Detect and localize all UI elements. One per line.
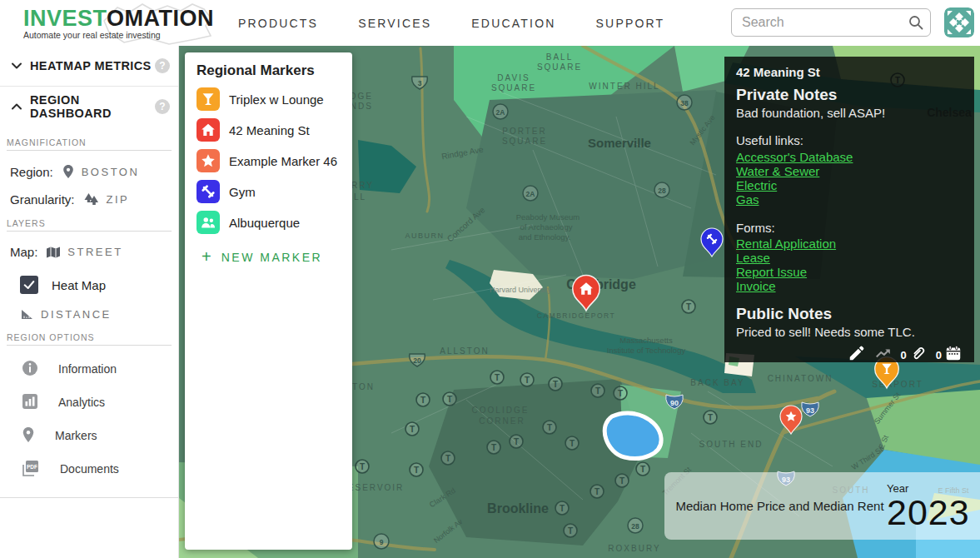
private-notes-text: Bad foundation, sell ASAP! [736, 106, 963, 120]
transit-icon: T [487, 441, 500, 454]
region-option-information[interactable]: Information [22, 352, 178, 386]
form-link-invoice[interactable]: Invoice [736, 279, 963, 293]
attachments-count: 0 [901, 350, 907, 362]
transit-icon: T [704, 411, 717, 424]
svg-text:28: 28 [631, 522, 639, 531]
svg-text:93: 93 [806, 406, 814, 415]
year-value[interactable]: 2023 [887, 495, 973, 531]
map-label: CHINATOWN [768, 374, 833, 383]
nav-item-education[interactable]: EDUCATION [471, 17, 555, 30]
marker-item-example-marker-46[interactable]: Example Marker 46 [196, 149, 352, 172]
edit-icon[interactable] [848, 344, 866, 362]
map-label: BACK BAY [690, 378, 744, 387]
distance-row[interactable]: DISTANCE [20, 307, 178, 321]
svg-text:T: T [445, 454, 450, 463]
sidebar-section-region-dashboard[interactable]: REGION DASHBOARD ? [0, 86, 178, 126]
help-icon[interactable]: ? [155, 58, 170, 73]
map-label: SEAPORT [872, 380, 923, 389]
svg-text:28: 28 [658, 187, 666, 195]
transit-icon: T [443, 392, 456, 406]
marker-icon [22, 426, 35, 446]
marker-item-triplex-w-lounge[interactable]: Triplex w Lounge [196, 87, 352, 111]
transit-icon: T [615, 474, 629, 487]
region-option-label: Documents [60, 462, 119, 476]
heatmap-checkbox[interactable] [20, 276, 38, 294]
section-label: HEATMAP METRICS [30, 59, 155, 72]
map-label: Massachusetts [619, 336, 673, 345]
link-accessor-s-database[interactable]: Accessor's Database [736, 150, 963, 164]
year-block: Year 2023 [887, 482, 980, 531]
form-link-report-issue[interactable]: Report Issue [736, 265, 963, 279]
region-option-documents[interactable]: PDFDocuments [22, 452, 178, 486]
nav-item-products[interactable]: PRODUCTS [238, 17, 318, 30]
user-avatar[interactable] [944, 7, 974, 37]
svg-text:T: T [420, 396, 425, 405]
new-marker-button[interactable]: + NEW MARKER [201, 247, 352, 267]
help-icon[interactable]: ? [155, 99, 170, 114]
calendar-icon[interactable] [944, 344, 963, 362]
transit-icon: T [682, 300, 695, 313]
marker-item-label: Gym [229, 185, 256, 199]
map-label: Brookline [487, 501, 549, 516]
form-link-lease[interactable]: Lease [736, 251, 963, 265]
marker-actions: 0 0 [736, 344, 963, 362]
map-label: DAVIS [497, 73, 530, 82]
region-option-analytics[interactable]: Analytics [22, 386, 178, 419]
attachment-icon[interactable] [909, 344, 928, 362]
nav-item-services[interactable]: SERVICES [358, 17, 431, 30]
distance-label[interactable]: DISTANCE [41, 308, 112, 321]
location-pin-icon [62, 164, 75, 179]
granularity-value[interactable]: ZIP [107, 193, 130, 206]
map-label: ALLSTON [440, 346, 489, 356]
search-input[interactable] [731, 8, 931, 37]
svg-text:T: T [360, 462, 365, 471]
svg-text:PDF: PDF [27, 463, 37, 469]
layers-title: LAYERS [7, 218, 172, 232]
transit-icon: T [510, 435, 523, 448]
trend-icon[interactable] [874, 344, 893, 362]
route-badge-28: 28 [654, 182, 669, 197]
link-electric[interactable]: Electric [736, 178, 963, 192]
cocktail-icon [196, 87, 220, 111]
map-label: Institute of Technology [607, 346, 686, 355]
transit-icon: T [356, 460, 369, 473]
granularity-row: Granularity: ZIP [10, 192, 178, 207]
events-count: 0 [936, 350, 942, 362]
map-label: ROXBURY [608, 544, 660, 553]
link-gas[interactable]: Gas [736, 192, 963, 207]
people-icon [196, 211, 220, 234]
transit-icon: T [441, 451, 455, 465]
svg-text:T: T [708, 413, 713, 422]
map-type-value[interactable]: STREET [67, 246, 122, 258]
svg-text:20: 20 [413, 356, 421, 365]
map-canvas[interactable]: BALLSQUAREDAVISSQUAREWINTER HILLPORTERSQ… [179, 46, 980, 558]
marker-item-albuquerque[interactable]: Albuquerque [196, 211, 352, 234]
region-option-markers[interactable]: Markers [22, 419, 178, 452]
nav-item-support[interactable]: SUPPORT [596, 17, 665, 30]
search-icon[interactable] [908, 14, 924, 31]
map-label: BALL [546, 52, 573, 62]
magnification-title: MAGNIFICATION [7, 137, 172, 151]
heatmap-toggle[interactable]: Heat Map [20, 276, 178, 294]
map-label: Peabody Museum [516, 212, 580, 222]
region-label: Region: [10, 165, 53, 179]
svg-text:38: 38 [680, 99, 689, 107]
marker-item-label: Triplex w Lounge [229, 92, 324, 107]
analytics-icon [22, 393, 38, 412]
plus-icon: + [201, 247, 211, 267]
route-badge-9: 9 [374, 534, 389, 549]
transit-icon: T [636, 462, 649, 476]
pdf-icon: PDF [22, 460, 40, 479]
link-water-sewer[interactable]: Water & Sewer [736, 164, 963, 178]
route-badge-38: 38 [677, 95, 692, 110]
sidebar-section-heatmap-metrics[interactable]: HEATMAP METRICS ? [0, 46, 178, 86]
marker-item-gym[interactable]: Gym [196, 180, 352, 203]
info-icon [22, 360, 38, 379]
form-link-rental-application[interactable]: Rental Application [736, 237, 963, 251]
region-option-label: Analytics [58, 396, 105, 409]
logo[interactable]: INVESTOMATION Automate your real estate … [23, 6, 198, 40]
chevron-down-icon [10, 59, 23, 72]
region-value[interactable]: BOSTON [82, 166, 140, 178]
marker-item-42-meaning-st[interactable]: 42 Meaning St [196, 118, 352, 142]
map-label: CORNER [479, 416, 525, 426]
